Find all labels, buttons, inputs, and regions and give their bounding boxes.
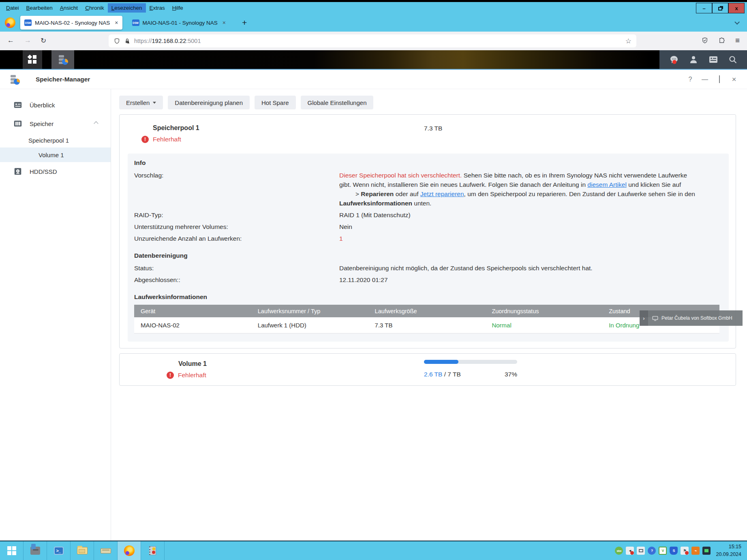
- storage-manager-icon: [9, 74, 20, 85]
- help-button[interactable]: ?: [683, 76, 698, 83]
- vmware-tray-icon[interactable]: V: [659, 547, 667, 555]
- scrubbing-status-row: Status: Datenbereinigung nicht möglich, …: [134, 263, 722, 273]
- tab-maio-nas-02[interactable]: DSM MAIO-NAS-02 - Synology NAS ×: [20, 16, 122, 30]
- firefox-taskbar-button[interactable]: [118, 541, 141, 560]
- create-button[interactable]: Erstellen: [119, 96, 163, 109]
- browser-menubar: Datei Bearbeiten Ansicht Chronik Lesezei…: [0, 2, 747, 14]
- taskbar-clock[interactable]: 15:15 20.09.2024: [716, 543, 743, 559]
- minimize-button[interactable]: —: [698, 76, 712, 83]
- firefox-icon: [124, 545, 135, 556]
- search-icon[interactable]: [728, 55, 738, 64]
- clock-time: 15:15: [716, 543, 741, 551]
- menu-bearbeiten[interactable]: Bearbeiten: [23, 3, 56, 13]
- sidebar-item-speicherpool-1[interactable]: Speicherpool 1: [0, 133, 111, 147]
- hamburger-menu-icon[interactable]: ≡: [735, 36, 740, 45]
- fax-scan-button[interactable]: [94, 541, 118, 560]
- repair-now-link[interactable]: Jetzt reparieren: [420, 190, 464, 197]
- notifications-button[interactable]: [669, 55, 679, 64]
- col-laufwerksgroesse: Laufwerksgröße: [368, 305, 486, 317]
- server-manager-button[interactable]: [24, 541, 47, 560]
- reload-icon[interactable]: ↻: [41, 36, 46, 45]
- scrubbing-status-value: Datenbereinigung nicht möglich, da der Z…: [339, 263, 722, 273]
- dsm-storage-manager-task-button[interactable]: [51, 50, 74, 69]
- article-link[interactable]: diesem Artikel: [587, 181, 626, 188]
- shield-icon[interactable]: [113, 38, 120, 45]
- schedule-data-scrubbing-button[interactable]: Datenbereinigung planen: [168, 96, 250, 109]
- sidebar-item-label: HDD/SSD: [30, 168, 57, 175]
- network-status-icon[interactable]: [637, 547, 645, 555]
- remote-desktop-icon[interactable]: [702, 547, 711, 555]
- tab-list-chevron-icon[interactable]: [734, 19, 740, 25]
- back-icon[interactable]: ←: [7, 36, 14, 45]
- user-account-icon[interactable]: [689, 55, 698, 64]
- menu-chronik[interactable]: Chronik: [81, 3, 108, 13]
- audio-muted-icon[interactable]: ◄: [626, 547, 634, 555]
- sidebar-item-label: Überblick: [30, 102, 55, 109]
- menu-ansicht[interactable]: Ansicht: [56, 3, 81, 13]
- extensions-puzzle-icon[interactable]: [718, 37, 726, 44]
- sbx-tray-icon[interactable]: sbx: [615, 547, 623, 555]
- help-pointer-icon[interactable]: ?: [648, 547, 656, 555]
- overlay-body: Petar Čubela von Softbox GmbH: [648, 310, 743, 326]
- menu-lesezeichen[interactable]: Lesezeichen: [108, 3, 146, 13]
- lock-warning-icon[interactable]: [124, 38, 131, 44]
- hot-spare-button[interactable]: Hot Spare: [255, 96, 296, 109]
- browser-tabbar: DSM MAIO-NAS-02 - Synology NAS × DSM MAI…: [0, 14, 747, 32]
- pool-name: Speicherpool 1: [153, 124, 199, 132]
- dsm-main-menu-button[interactable]: [23, 50, 42, 69]
- windows-taskbar: >_ sbx ◄ ? V S ⚑ ⌁ 15:15 20.09.2024: [0, 541, 747, 560]
- window-titlebar[interactable]: Speicher-Manager ? — ×: [0, 70, 747, 89]
- menu-hilfe[interactable]: Hilfe: [169, 3, 187, 13]
- java-tray-icon[interactable]: ⌁: [691, 547, 700, 555]
- menu-extras[interactable]: Extras: [146, 3, 169, 13]
- sidebar-item-hdd-ssd[interactable]: HDD/SSD: [0, 162, 111, 181]
- url-text: https://192.168.0.22:5001: [134, 38, 201, 44]
- new-tab-button[interactable]: +: [242, 18, 247, 28]
- chevron-up-icon[interactable]: [94, 121, 98, 126]
- tab-close-icon[interactable]: ×: [115, 19, 118, 26]
- cell-slot: Laufwerk 1 (HDD): [251, 317, 368, 333]
- sidebar-item-volume-1[interactable]: Volume 1: [0, 147, 111, 162]
- start-button[interactable]: [0, 541, 24, 560]
- bookmark-star-icon[interactable]: ☆: [625, 37, 631, 45]
- restore-button[interactable]: [712, 3, 728, 13]
- overlay-label: Petar Čubela von Softbox GmbH: [661, 315, 732, 321]
- sidebar-item-ueberblick[interactable]: Überblick: [0, 96, 111, 114]
- action-center-flag-icon[interactable]: ⚑: [681, 547, 689, 555]
- pool-header: Speicherpool 1 7.3 TB ! Fehlerhaft: [120, 115, 736, 154]
- menu-datei[interactable]: Datei: [2, 3, 23, 13]
- forward-icon[interactable]: →: [24, 36, 31, 45]
- url-bar[interactable]: https://192.168.0.22:5001 ☆: [109, 34, 636, 47]
- dsm-favicon: DSM: [132, 19, 139, 26]
- scrubbing-finished-value: 12.11.2020 01:27: [339, 275, 722, 284]
- drive-info-heading: Laufwerksinformationen: [134, 293, 722, 301]
- shield-s-tray-icon[interactable]: S: [670, 547, 678, 555]
- powershell-button[interactable]: >_: [47, 541, 71, 560]
- volume-status: ! Fehlerhaft: [167, 372, 206, 379]
- pocket-shield-icon[interactable]: [701, 37, 708, 44]
- suggestion-text: Dieser Speicherpool hat sich verschlecht…: [339, 171, 696, 208]
- cell-allocation-status: Normal: [485, 317, 602, 333]
- minimize-button[interactable]: –: [696, 3, 712, 13]
- windows-logo-icon: [7, 546, 16, 555]
- firefox-icon[interactable]: [5, 17, 15, 28]
- notebook-app-button[interactable]: [141, 541, 165, 560]
- tab-close-icon[interactable]: ×: [223, 19, 226, 26]
- volume-usage-fill: [424, 360, 458, 364]
- overlay-chevron-icon[interactable]: ›: [640, 310, 648, 326]
- widgets-icon[interactable]: [708, 55, 719, 64]
- pool-info-panel: Info Vorschlag: Dieser Speicherpool hat …: [128, 154, 729, 342]
- close-button[interactable]: ×: [727, 75, 741, 84]
- file-explorer-button[interactable]: [71, 541, 94, 560]
- tab-maio-nas-01[interactable]: DSM MAIO-NAS-01 - Synology NAS ×: [128, 16, 230, 30]
- sidebar-item-speicher[interactable]: Speicher: [0, 114, 111, 133]
- close-button[interactable]: x: [728, 3, 745, 13]
- toolbar: Erstellen Datenbereinigung planen Hot Sp…: [119, 96, 736, 109]
- volume-card[interactable]: Volume 1 ! Fehlerhaft 2.6 TB / 7 TB 37%: [119, 353, 736, 386]
- global-settings-button[interactable]: Globale Einstellungen: [301, 96, 374, 109]
- restore-button[interactable]: [712, 76, 727, 83]
- pool-status-text: Fehlerhaft: [153, 136, 181, 143]
- hdd-icon: [13, 167, 22, 176]
- table-row[interactable]: MAIO-NAS-02 Laufwerk 1 (HDD) 7.3 TB Norm…: [134, 317, 719, 333]
- storage-manager-window: Speicher-Manager ? — × Überblick: [0, 69, 747, 541]
